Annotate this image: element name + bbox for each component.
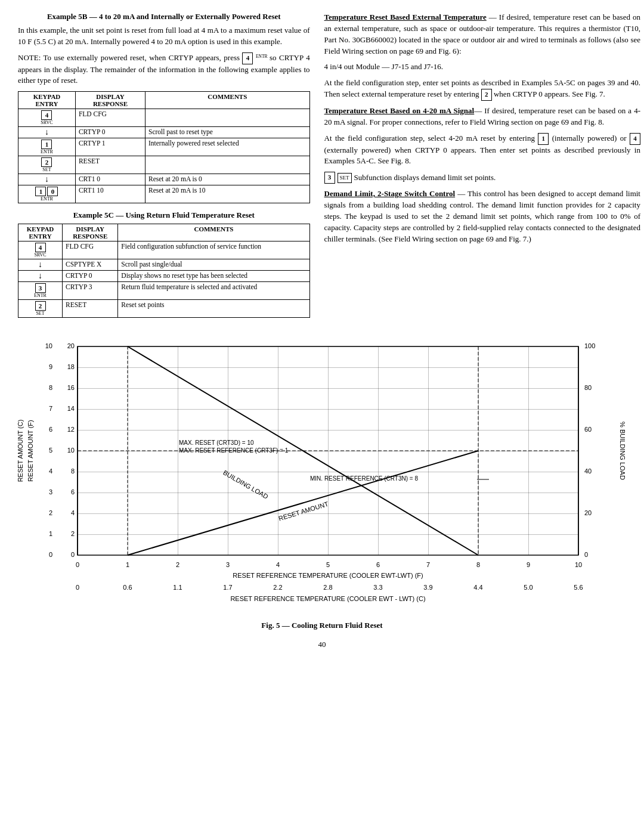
comment-cell: Display shows no reset type has been sel… (118, 271, 309, 282)
y-tick-c: 1 (49, 530, 52, 537)
table-row: ↓ CRT1 0 Reset at 20 mA is 0 (18, 174, 310, 185)
key-set-label: SET (338, 173, 352, 183)
example5b-para1: In this example, the unit set point is r… (18, 25, 310, 48)
table-row: 1 0 ENTR CRT1 10 Reset at 20 mA is 10 (18, 185, 310, 203)
module-line: 4 in/4 out Module — J7-15 and J7-16. (324, 61, 640, 73)
right-para1: At the field configuration step, enter s… (324, 78, 640, 101)
y-tick: 6 (71, 488, 75, 496)
x-tick-f: 1 (126, 561, 129, 568)
right-p1b-text: when CRTYP 0 appears. See Fig. 7. (494, 89, 605, 98)
right-column: Temperature Reset Based External Tempera… (324, 12, 640, 325)
key-4-inline2: 4 (630, 133, 640, 145)
table-row: 1 ENTR CRTYP 1 Internally powered reset … (18, 138, 310, 156)
y-right-tick: 80 (584, 384, 592, 391)
x-tick-f: 10 (575, 561, 582, 568)
key-2-inline: 2 (481, 89, 492, 101)
table-row: 4 SRVC FLD CFG (18, 109, 310, 127)
y-tick-c: 3 (49, 488, 52, 496)
annotation3: MIN. RESET REFERENCE (CRT3N) = 8 (310, 475, 418, 482)
display-response: RESET (63, 300, 118, 318)
y-tick-c: 4 (49, 467, 52, 475)
comment-cell (145, 109, 309, 127)
th-display2: DISPLAYRESPONSE (63, 224, 118, 241)
y-tick-c: 9 (49, 363, 52, 370)
chart-section: 0 2 4 6 8 10 12 14 16 18 20 0 1 2 3 4 5 … (18, 335, 626, 634)
key-1-inline: 1 (538, 133, 549, 145)
right-heading1-para: Temperature Reset Based External Tempera… (324, 12, 640, 57)
y-tick-c: 7 (49, 405, 52, 412)
x-tick-f: 3 (226, 561, 230, 568)
table-row: 3 ENTR CRTYP 3 Return fluid temperature … (18, 282, 310, 300)
x-tick-c: 0 (76, 584, 79, 591)
comment-cell: Internally powered reset selected (145, 138, 309, 156)
y-axis-label-f: RESET AMOUNT (F) (27, 420, 34, 482)
note-continuation: appears, press (196, 53, 243, 62)
display-response: FLD CFG (63, 241, 118, 259)
y-tick: 12 (67, 426, 75, 433)
example5c-title: Example 5C — Using Return Fluid Temperat… (18, 210, 310, 220)
display-response: CRTYP 0 (63, 271, 118, 282)
comment-cell: Reset at 20 mA is 10 (145, 185, 309, 203)
display-response: RESET (75, 156, 145, 174)
right-p2-text: At the field configuration step, select … (324, 134, 535, 143)
heading1-underlined: Temperature Reset Based External Tempera… (324, 13, 487, 21)
key-entry: 4 SRVC (18, 109, 76, 127)
x-axis-label-f: RESET REFERENCE TEMPERATURE (COOLER EWT-… (233, 572, 423, 579)
key3-text: Subfunction displays demand limit set po… (354, 172, 496, 184)
key-entry: 2 SET (18, 300, 63, 318)
y-tick: 16 (67, 384, 75, 391)
x-tick-f: 4 (276, 561, 280, 568)
y-tick: 20 (67, 342, 75, 349)
x-tick-c: 4.4 (473, 584, 482, 591)
key-entry: 3 ENTR (18, 282, 63, 300)
th-comments2: COMMENTS (118, 224, 309, 241)
key-entry: 1 0 ENTR (18, 185, 76, 203)
table-row: ↓ CRTYP 0 Display shows no reset type ha… (18, 271, 310, 282)
left-column: Example 5B — 4 to 20 mA and Internally o… (18, 12, 310, 325)
y-right-tick: 40 (584, 467, 592, 475)
x-tick-c: 3.9 (423, 584, 432, 591)
x-tick-f: 2 (176, 561, 179, 568)
table-row: 2 SET RESET Reset set points (18, 300, 310, 318)
y-right-tick: 100 (584, 342, 595, 349)
key-entry: 2 SET (18, 156, 76, 174)
key-entry: ↓ (18, 259, 63, 271)
comment-cell: Return fluid temperature is selected and… (118, 282, 309, 300)
x-tick-c: 5.6 (574, 584, 583, 591)
y-tick: 4 (71, 509, 75, 516)
y-right-tick: 0 (584, 551, 588, 558)
th-keypad1: KEYPADENTRY (18, 92, 76, 109)
x-tick-c: 1.7 (223, 584, 232, 591)
key-4-label-small: ENTR (256, 55, 270, 61)
y-tick: 10 (67, 447, 75, 454)
y-tick-c: 5 (49, 447, 52, 454)
key-4-inline: 4 (242, 52, 253, 64)
x-tick-c: 0.6 (123, 584, 132, 591)
y-tick-c: 8 (49, 384, 52, 391)
y-tick: 0 (71, 551, 75, 558)
display-response: CSPTYPE X (63, 259, 118, 271)
chart-title: Fig. 5 — Cooling Return Fluid Reset (18, 621, 626, 630)
y-right-tick: 20 (584, 509, 592, 516)
y-tick: 14 (67, 405, 75, 412)
table-row: 4 SRVC FLD CFG Field configuration subfu… (18, 241, 310, 259)
right-p2c-text: (externally powered) when CRTYP 0 appear… (324, 145, 640, 166)
y-tick-c: 6 (49, 426, 52, 433)
table2: KEYPADENTRY DISPLAYRESPONSE COMMENTS 4 S… (18, 224, 310, 318)
table-row: 2 SET RESET (18, 156, 310, 174)
key-3-box: 3 (324, 172, 335, 184)
x-tick-f: 6 (376, 561, 380, 568)
y-right-label: % BUILDING LOAD (619, 422, 626, 480)
comment-cell: Scroll past single/dual (118, 259, 309, 271)
x-tick-c: 5.0 (524, 584, 532, 591)
comment-cell: Scroll past to reset type (145, 127, 309, 138)
x-tick-f: 5 (326, 561, 330, 568)
note-line: NOTE: To use externally powered reset, w… (18, 52, 310, 87)
display-response: FLD CFG (75, 109, 145, 127)
x-tick-f: 0 (76, 561, 79, 568)
display-response: CRT1 10 (75, 185, 145, 203)
y-tick: 8 (71, 467, 75, 475)
heading3-underlined: Demand Limit, 2-Stage Switch Control (324, 189, 456, 198)
right-heading3-para: Demand Limit, 2-Stage Switch Control — T… (324, 188, 640, 244)
y-tick: 18 (67, 363, 75, 370)
